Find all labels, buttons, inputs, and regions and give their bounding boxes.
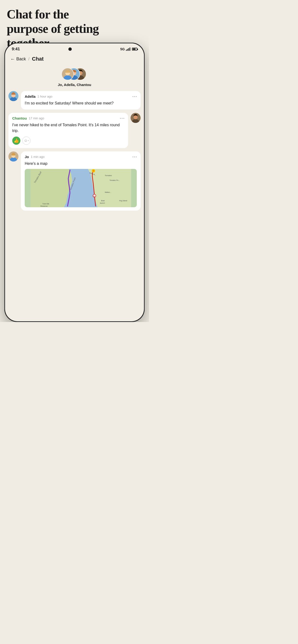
message-header-1: Adella 1 hour ago [25, 94, 137, 98]
message-bubble-2: Chantou 17 min ago I've never hiked to t… [9, 113, 128, 148]
svg-text:Tomales Pe...: Tomales Pe... [110, 180, 120, 181]
network-label: 5G [120, 47, 125, 51]
map-preview[interactable]: 1 Tomales Bluff Tomales Point Tomales To… [25, 169, 137, 207]
group-avatars[interactable] [61, 67, 88, 81]
message-time-3: 1 min ago [31, 155, 45, 158]
sender-name-2: Chantou [12, 116, 27, 120]
message-bubble-3: Jo 1 min ago Here's a map [21, 152, 140, 210]
message-bubble-1: Adella 1 hour ago I'm so excited for Sat… [21, 91, 140, 110]
svg-text:Hog Island: Hog Island [119, 200, 127, 202]
message-more-button-1[interactable] [132, 96, 137, 97]
chat-header: Jo, Adella, Chantou [5, 65, 144, 90]
message-header-3: Jo 1 min ago [25, 155, 137, 159]
message-reactions-2: 👍 ☺+ [12, 136, 124, 145]
sender-name-3: Jo [25, 155, 29, 159]
svg-text:Tomales: Tomales [105, 174, 112, 176]
avatar-jo [61, 68, 74, 80]
avatar-jo-msg [9, 152, 19, 162]
message-time-1: 1 hour ago [37, 95, 52, 98]
add-reaction-button[interactable]: ☺+ [22, 136, 31, 145]
svg-text:1: 1 [94, 195, 95, 197]
table-row: Adella 1 hour ago I'm so excited for Sat… [9, 91, 140, 110]
group-participant-names: Jo, Adella, Chantou [58, 83, 91, 87]
svg-point-3 [65, 70, 70, 76]
svg-point-8 [74, 72, 76, 74]
phone-mockup: 9:41 5G ← [4, 43, 145, 322]
svg-text:Reserve: Reserve [41, 205, 48, 207]
message-more-button-3[interactable] [132, 156, 137, 158]
status-bar: 9:41 5G [5, 43, 144, 54]
nav-bar: ← Back / Chat [5, 54, 144, 65]
sender-info-2: Chantou 17 min ago [12, 116, 44, 120]
svg-point-23 [93, 170, 94, 172]
svg-text:Tule Elk: Tule Elk [43, 203, 50, 205]
chat-messages: Adella 1 hour ago I'm so excited for Sat… [5, 90, 144, 216]
back-arrow-icon: ← [10, 56, 15, 62]
back-button[interactable]: ← Back [10, 56, 26, 62]
svg-text:launch: launch [100, 202, 105, 204]
table-row: Jo 1 min ago Here's a map [9, 152, 140, 210]
back-label: Back [16, 56, 26, 62]
nav-divider: / [28, 56, 30, 62]
message-text-2: I've never hiked to the end of Tomales P… [12, 122, 124, 134]
message-text-3: Here's a map [25, 161, 137, 166]
page-title: Chat [32, 56, 44, 62]
svg-text:Walker...: Walker... [105, 192, 111, 193]
message-time-2: 17 min ago [29, 116, 44, 120]
thumbs-up-reaction[interactable]: 👍 [12, 136, 20, 145]
sender-info-3: Jo 1 min ago [25, 155, 45, 159]
status-icons: 5G [120, 47, 137, 51]
svg-text:Boat: Boat [101, 200, 105, 202]
table-row: Chantou 17 min ago I've never hiked to t… [9, 113, 140, 148]
message-header-2: Chantou 17 min ago [12, 116, 124, 120]
battery-icon [132, 48, 137, 50]
message-more-button-2[interactable] [120, 118, 124, 119]
avatar-chantou-msg [130, 113, 140, 123]
sender-name-1: Adella [25, 94, 36, 98]
signal-icon [126, 48, 130, 51]
camera-cutout [68, 48, 72, 51]
message-text-1: I'm so excited for Saturday! Where shoul… [25, 100, 137, 106]
avatar-adella-msg [9, 91, 19, 101]
sender-info: Adella 1 hour ago [25, 94, 52, 98]
status-time: 9:41 [12, 47, 20, 52]
